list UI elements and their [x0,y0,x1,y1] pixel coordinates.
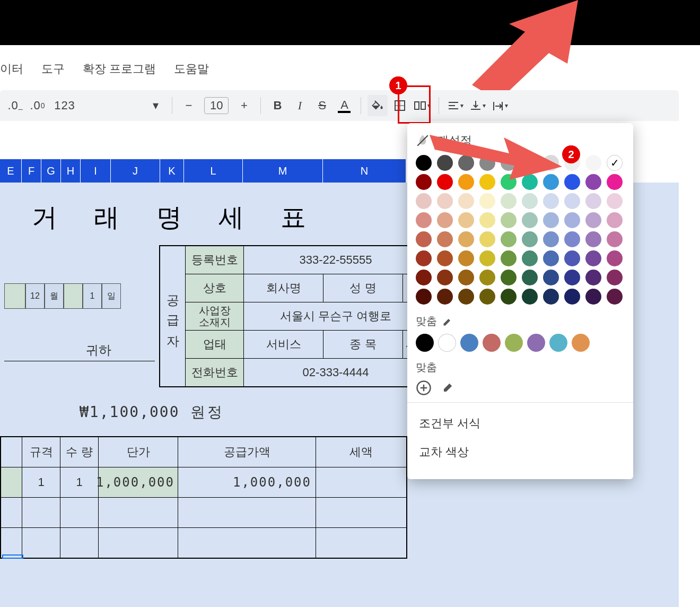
col-m[interactable]: M [243,159,323,183]
text-wrap-button[interactable]: ▾ [490,95,510,116]
color-swatch[interactable] [543,212,559,228]
color-swatch[interactable]: ✓ [607,155,623,171]
color-swatch[interactable] [564,289,580,305]
conditional-formatting-link[interactable]: 조건부 서식 [416,409,625,438]
color-swatch[interactable] [501,289,517,305]
color-swatch[interactable] [479,270,495,285]
col-f[interactable]: F [22,159,41,183]
menu-item[interactable]: 도움말 [174,61,209,77]
col-e[interactable]: E [0,159,22,183]
color-swatch[interactable] [607,212,623,228]
color-swatch[interactable] [479,231,495,247]
decrease-font-button[interactable]: − [179,95,199,116]
color-swatch[interactable] [437,212,453,228]
color-swatch[interactable] [501,231,517,247]
cell[interactable]: 월 [45,283,64,309]
merge-cells-button[interactable]: ▾ [412,95,432,116]
cell[interactable] [1,498,22,527]
color-swatch[interactable] [522,231,538,247]
col-g[interactable]: G [41,159,61,183]
color-swatch[interactable] [501,212,517,228]
color-swatch[interactable] [607,270,623,285]
color-swatch[interactable] [522,212,538,228]
color-swatch[interactable] [522,193,538,209]
cell[interactable] [1,528,22,558]
fill-color-button[interactable] [368,95,388,116]
color-swatch[interactable] [501,250,517,266]
cell[interactable]: 1 [60,467,99,497]
color-swatch[interactable] [585,231,601,247]
italic-button[interactable]: I [290,95,310,116]
custom-color-swatch[interactable] [572,334,590,352]
cell[interactable] [316,467,406,497]
bold-button[interactable]: B [267,95,287,116]
color-swatch[interactable] [607,250,623,266]
color-swatch[interactable] [607,231,623,247]
color-swatch[interactable] [416,193,432,209]
color-swatch[interactable] [564,231,580,247]
custom-color-swatch[interactable] [416,334,434,352]
color-swatch[interactable] [585,289,601,305]
col-n[interactable]: N [323,159,406,183]
color-swatch[interactable] [607,174,623,190]
cell[interactable] [99,498,178,527]
cell[interactable] [1,467,22,497]
color-swatch[interactable] [564,250,580,266]
horizontal-align-button[interactable]: ▾ [445,95,466,116]
color-swatch[interactable] [437,193,453,209]
color-swatch[interactable] [585,250,601,266]
color-swatch[interactable] [479,212,495,228]
color-swatch[interactable] [585,212,601,228]
add-color-icon[interactable] [416,380,432,396]
color-swatch[interactable] [607,193,623,209]
vertical-align-button[interactable]: ▾ [468,95,488,116]
color-swatch[interactable] [458,270,474,285]
menu-item[interactable]: 이터 [0,61,23,77]
color-swatch[interactable] [416,231,432,247]
col-l[interactable]: L [184,159,243,183]
color-swatch[interactable] [458,193,474,209]
color-swatch[interactable] [522,289,538,305]
reg-value[interactable]: 333-22-55555 [244,246,427,274]
color-swatch[interactable] [437,289,453,305]
cell[interactable]: 12 [25,283,45,309]
color-swatch[interactable] [501,193,517,209]
color-swatch[interactable] [437,231,453,247]
color-swatch[interactable] [501,270,517,285]
cell[interactable]: 1 [22,467,60,497]
color-swatch[interactable] [543,193,559,209]
color-swatch[interactable] [585,155,601,171]
color-swatch[interactable] [416,289,432,305]
eyedropper-icon[interactable] [440,380,455,395]
font-dropdown-caret-icon[interactable]: ▾ [145,95,165,116]
col-j[interactable]: J [111,159,160,183]
company-value[interactable]: 회사명 [244,274,323,302]
custom-color-swatch[interactable] [483,334,501,352]
number-format-button[interactable]: 123 [50,95,80,116]
text-color-button[interactable]: A [334,95,354,116]
address-value[interactable]: 서울시 무슨구 여행로 [244,302,427,330]
color-swatch[interactable] [585,174,601,190]
custom-color-swatch[interactable] [549,334,567,352]
color-swatch[interactable] [607,289,623,305]
color-swatch[interactable] [522,250,538,266]
color-swatch[interactable] [479,250,495,266]
color-swatch[interactable] [416,250,432,266]
cell[interactable] [99,528,178,558]
cell[interactable] [1,437,22,467]
color-swatch[interactable] [458,231,474,247]
alternating-colors-link[interactable]: 교차 색상 [416,438,625,466]
color-swatch[interactable] [437,270,453,285]
pencil-icon[interactable] [442,316,453,327]
cell[interactable]: 1,000,000 [99,467,178,497]
color-swatch[interactable] [585,193,601,209]
color-swatch[interactable] [564,212,580,228]
color-swatch[interactable] [543,231,559,247]
cell[interactable] [60,528,99,558]
increase-font-button[interactable]: + [234,95,254,116]
color-swatch[interactable] [585,270,601,285]
strikethrough-button[interactable]: S [312,95,332,116]
color-swatch[interactable] [479,289,495,305]
custom-color-swatch[interactable] [438,334,456,352]
color-swatch[interactable] [543,250,559,266]
